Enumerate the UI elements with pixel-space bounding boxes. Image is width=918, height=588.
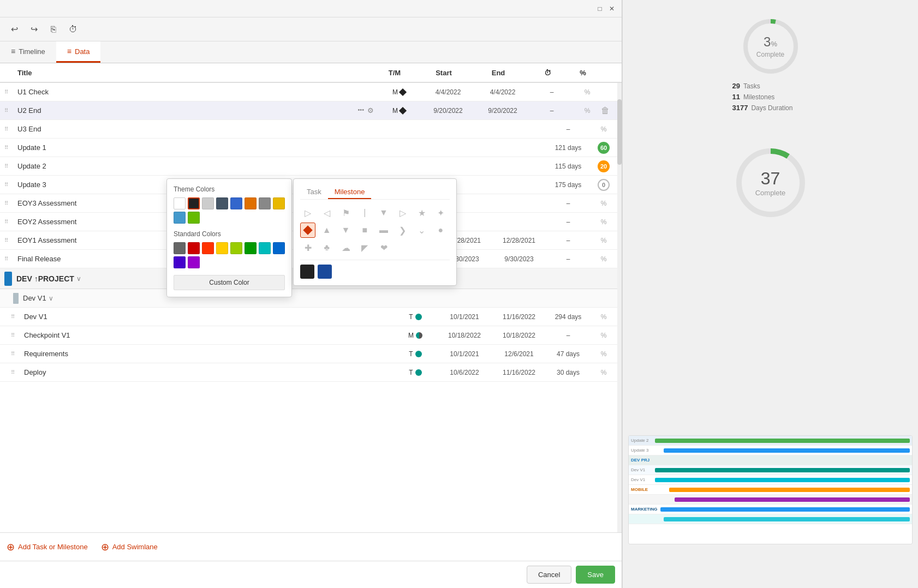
row-start: 9/20/2022 (421, 107, 475, 115)
drag-handle[interactable]: ⠿ (11, 369, 20, 375)
color-swatch-lightgray[interactable] (202, 197, 214, 209)
drag-handle[interactable]: ⠿ (11, 351, 20, 357)
drag-handle[interactable]: ⠿ (4, 200, 13, 206)
shape-color-blue[interactable] (318, 265, 332, 279)
add-swimlane-button[interactable]: ⊕ Add Swimlane (101, 541, 158, 553)
undo-button[interactable]: ↩ (7, 22, 22, 37)
settings-icon[interactable]: ⚙ (367, 106, 374, 115)
row-percent: % (590, 218, 617, 226)
color-swatch-violet[interactable] (188, 256, 200, 268)
save-button[interactable]: Save (576, 566, 615, 584)
milestone-diamond-icon[interactable] (399, 106, 407, 114)
row-end: 12/6/2021 (492, 350, 546, 358)
color-swatch-blue[interactable] (230, 197, 242, 209)
color-swatch-darkgreen[interactable] (245, 242, 257, 254)
delete-button[interactable]: 🗑 (601, 106, 617, 116)
shape-circle[interactable]: ● (433, 223, 448, 238)
drag-handle[interactable]: ⠿ (4, 219, 13, 225)
tab-timeline[interactable]: ≡ Timeline (0, 41, 56, 63)
title-bar: □ ✕ (0, 0, 622, 17)
color-swatch-gray[interactable] (259, 197, 271, 209)
tab-data[interactable]: ≡ Data (56, 41, 101, 63)
shape-rect[interactable]: ▬ (376, 223, 391, 238)
shape-cross[interactable]: ✚ (300, 240, 315, 255)
drag-handle[interactable]: ⠿ (4, 163, 13, 169)
drag-handle[interactable]: ⠿ (4, 145, 13, 151)
row-end: 9/30/2023 (492, 255, 546, 263)
add-task-button[interactable]: ⊕ Add Task or Milestone (7, 541, 88, 553)
shape-color-black[interactable] (300, 265, 314, 279)
footer-buttons: Cancel Save (0, 561, 622, 588)
shape-down[interactable]: ▼ (376, 205, 391, 220)
shape-triangle-up[interactable]: ▲ (319, 223, 335, 238)
shape-diamond-solid[interactable] (300, 223, 315, 238)
color-swatch-red[interactable] (202, 242, 214, 254)
color-swatch-darkgray[interactable] (174, 242, 186, 254)
tasks-stat: 29 Tasks (732, 82, 760, 90)
history-button[interactable]: ⏱ (65, 22, 81, 37)
milestone-dot-icon (416, 332, 422, 339)
color-swatch-darkred[interactable] (188, 242, 200, 254)
shape-triangle-down[interactable]: ▼ (338, 223, 354, 238)
drag-handle[interactable]: ⠿ (4, 237, 13, 243)
drag-handle[interactable]: ⠿ (11, 332, 20, 338)
color-swatch-lightblue[interactable] (174, 212, 186, 224)
minimize-button[interactable]: □ (594, 3, 605, 14)
redo-button[interactable]: ↪ (26, 22, 41, 37)
shape-chevron-d[interactable]: ⌄ (414, 223, 430, 238)
shape-flag[interactable]: ⚑ (338, 205, 354, 220)
scrollbar-thumb[interactable] (617, 99, 622, 165)
mini-row: MOBILE (629, 485, 912, 495)
scrollbar-track[interactable] (617, 83, 622, 532)
task-dot-icon (415, 369, 422, 376)
cancel-button[interactable]: Cancel (527, 566, 571, 584)
shape-asterisk[interactable]: ✦ (433, 205, 448, 220)
shape-chevron-r[interactable]: ❯ (395, 223, 410, 238)
shape-square[interactable]: ■ (357, 223, 372, 238)
custom-color-button[interactable]: Custom Color (174, 275, 285, 290)
shape-star[interactable]: ★ (414, 205, 430, 220)
drag-handle[interactable]: ⠿ (4, 107, 13, 113)
drag-handle[interactable]: ⠿ (11, 314, 20, 320)
tab-milestone[interactable]: Milestone (328, 185, 372, 199)
color-swatch-yellow[interactable] (273, 197, 285, 209)
shape-right-arr[interactable]: ▷ (395, 205, 410, 220)
drag-handle[interactable]: ⠿ (4, 126, 13, 132)
shape-line[interactable]: | (357, 205, 372, 220)
color-swatch-teal[interactable] (259, 242, 271, 254)
color-swatch-green[interactable] (188, 212, 200, 224)
shape-rewind[interactable]: ◁ (319, 205, 335, 220)
shape-play[interactable]: ▷ (300, 205, 315, 220)
color-swatch-purple[interactable] (174, 256, 186, 268)
color-swatch-cobalt[interactable] (273, 242, 285, 254)
shape-banner[interactable]: ◤ (357, 240, 372, 255)
more-options-icon[interactable]: ••• (357, 106, 364, 115)
shape-cloud[interactable]: ☁ (338, 240, 354, 255)
color-swatch-white[interactable] (174, 197, 186, 209)
close-button[interactable]: ✕ (606, 3, 617, 14)
drag-handle[interactable]: ⠿ (4, 89, 13, 95)
color-swatch-darkblue[interactable] (216, 197, 228, 209)
row-end: 4/4/2022 (475, 88, 530, 96)
color-swatch-lime[interactable] (230, 242, 242, 254)
shape-leaf[interactable]: ♣ (319, 240, 335, 255)
shape-heart[interactable]: ❤ (376, 240, 391, 255)
color-swatch-gold[interactable] (216, 242, 228, 254)
subsection-collapse-button[interactable]: ∨ (49, 295, 53, 302)
toolbar: ↩ ↪ ⎘ ⏱ (0, 17, 622, 41)
row-end: 12/28/2021 (492, 237, 546, 244)
tab-task[interactable]: Task (300, 185, 328, 199)
color-swatch-black[interactable] (188, 197, 200, 209)
drag-handle[interactable]: ⠿ (4, 182, 13, 188)
task-dot-icon (415, 351, 422, 357)
drag-handle[interactable]: ⠿ (4, 256, 13, 262)
row-percent: % (590, 369, 617, 376)
section-collapse-button[interactable]: ∨ (76, 275, 81, 283)
row-actions: ••• ⚙ (357, 106, 374, 115)
row-duration: 294 days (546, 313, 590, 321)
row-duration: – (546, 332, 590, 339)
mini-row: Update 2 (629, 436, 912, 446)
mini-row: DEV PRJ (629, 455, 912, 465)
copy-button[interactable]: ⎘ (46, 22, 61, 37)
color-swatch-orange[interactable] (245, 197, 257, 209)
